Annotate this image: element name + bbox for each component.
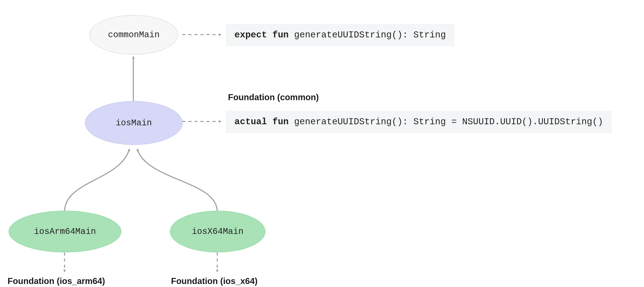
node-commonmain-label: commonMain	[108, 30, 160, 40]
expect-keyword: expect fun	[234, 30, 289, 40]
expect-rest: generateUUIDString(): String	[289, 30, 446, 40]
label-foundation-common: Foundation (common)	[228, 92, 319, 102]
edge-iosx64-to-iosmain	[137, 149, 217, 212]
actual-rest: generateUUIDString(): String = NSUUID.UU…	[289, 117, 603, 127]
node-iosx64main-label: iosX64Main	[192, 227, 244, 237]
actual-keyword: actual fun	[234, 117, 289, 127]
edge-iosarm64-to-iosmain	[64, 149, 130, 212]
node-iosarm64main: iosArm64Main	[8, 211, 121, 252]
diagram-canvas: commonMain iosMain iosArm64Main iosX64Ma…	[0, 0, 644, 287]
node-iosmain-label: iosMain	[116, 118, 152, 128]
codebox-actual: actual fun generateUUIDString(): String …	[226, 111, 612, 133]
node-commonmain: commonMain	[89, 15, 178, 55]
node-iosmain: iosMain	[85, 101, 182, 145]
label-foundation-arm64: Foundation (ios_arm64)	[8, 276, 105, 286]
node-iosarm64main-label: iosArm64Main	[34, 227, 96, 237]
node-iosx64main: iosX64Main	[170, 211, 266, 252]
codebox-expect: expect fun generateUUIDString(): String	[226, 24, 454, 46]
label-foundation-x64: Foundation (ios_x64)	[171, 276, 258, 286]
